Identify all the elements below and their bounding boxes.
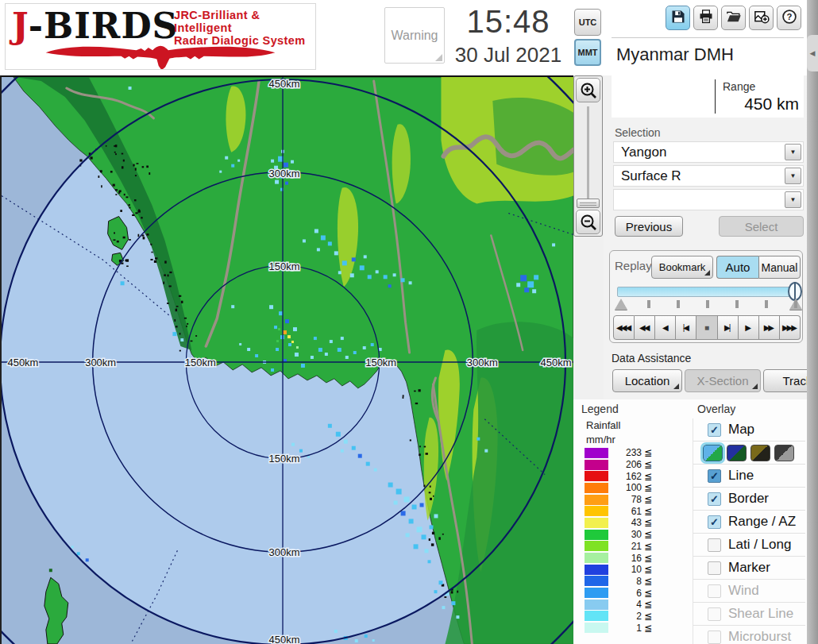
lte-symbol: ≦ [644, 541, 652, 552]
print-button[interactable] [693, 6, 718, 30]
option-dropdown[interactable]: ▼ [613, 189, 804, 210]
manual-button[interactable]: Manual [758, 256, 801, 279]
zoom-out-icon [580, 214, 597, 231]
legend-value: 206 [608, 459, 642, 470]
playback-button-2[interactable]: ◀ [655, 315, 676, 340]
chevron-down-icon[interactable]: ▼ [785, 191, 801, 208]
replay-timeline-slider[interactable] [617, 287, 796, 297]
warning-button[interactable]: Warning [384, 7, 445, 64]
previous-button[interactable]: Previous [615, 216, 683, 237]
playback-button-6[interactable]: ▶ [739, 315, 759, 340]
legend-value: 10 [608, 564, 642, 575]
map-style-swatch-0[interactable] [703, 445, 723, 461]
toolbar-divider [612, 37, 804, 38]
data-assistance-label: Data Assistance [612, 352, 691, 364]
add-screenshot-button[interactable] [749, 6, 774, 30]
overlay-item-line[interactable]: ✓Line [693, 465, 805, 488]
zoom-slider[interactable] [587, 106, 589, 206]
svg-text:150km: 150km [269, 260, 300, 272]
overlay-item-wind[interactable]: Wind [693, 580, 805, 603]
selection-label: Selection [615, 126, 661, 139]
checkbox[interactable]: ✓ [708, 469, 721, 483]
range-label: Range [723, 80, 755, 93]
checkbox[interactable] [708, 561, 721, 575]
checkbox[interactable] [708, 631, 721, 644]
overlay-item-map[interactable]: ✓Map [693, 418, 805, 442]
map-style-swatch-2[interactable] [750, 445, 770, 461]
chevron-down-icon[interactable]: ▼ [785, 168, 801, 184]
panel-collapse-handle[interactable]: ◀ [807, 35, 818, 71]
site-dropdown[interactable]: Yangon ▼ [613, 141, 804, 163]
select-button[interactable]: Select [719, 216, 804, 237]
replay-label: Replay [615, 259, 652, 272]
lte-symbol: ≦ [644, 588, 652, 599]
replay-panel: Replay Bookmark Auto Manual ◀◀◀◀◀◀|◀■▶|▶… [609, 250, 803, 343]
zoom-in-button[interactable] [576, 78, 600, 102]
legend-color-swatch [585, 506, 608, 516]
overlay-item-label: Map [728, 422, 754, 438]
help-button[interactable]: ? [777, 6, 801, 30]
header: J-BIRDS JRC-Brilliant & Intelligent Rada… [0, 0, 818, 75]
bookmark-label: Bookmark [659, 261, 706, 273]
legend-value: 1 [608, 623, 642, 634]
legend-color-swatch [585, 495, 608, 505]
product-dropdown[interactable]: Surface R ▼ [613, 165, 804, 187]
svg-text:150km: 150km [365, 357, 396, 368]
legend-row: 21≦ [585, 541, 688, 553]
overlay-label: Overlay [697, 403, 735, 415]
corner-grip-icon [435, 54, 442, 61]
map-style-row [693, 442, 805, 465]
map-style-swatch-1[interactable] [727, 445, 747, 461]
playback-button-7[interactable]: ▶▶ [759, 315, 780, 340]
lte-symbol: ≦ [644, 447, 652, 458]
mmt-button[interactable]: MMT [574, 39, 601, 66]
location-button[interactable]: Location [612, 369, 682, 392]
checkbox[interactable] [708, 584, 721, 598]
timeline-start-marker[interactable] [615, 299, 627, 310]
legend-value: 233 [608, 447, 642, 458]
lte-symbol: ≦ [644, 611, 652, 622]
range-display: Range 450 km [612, 75, 804, 118]
utc-button[interactable]: UTC [574, 9, 601, 36]
legend-value: 30 [608, 529, 642, 540]
overlay-item-marker[interactable]: Marker [693, 557, 805, 580]
legend-value: 43 [608, 517, 642, 528]
playback-button-1[interactable]: ◀◀ [635, 315, 655, 340]
jbirds-logo: J-BIRDS JRC-Brilliant & Intelligent Rada… [5, 3, 316, 70]
checkbox[interactable]: ✓ [708, 515, 721, 529]
zoom-out-button[interactable] [576, 210, 600, 234]
overlay-item-range-az[interactable]: ✓Range / AZ [693, 511, 805, 534]
checkbox[interactable] [708, 538, 721, 552]
playback-button-5[interactable]: ▶| [718, 315, 739, 340]
bookmark-button[interactable]: Bookmark [651, 256, 713, 279]
x-section-button[interactable]: X-Section [685, 369, 761, 392]
playback-button-0[interactable]: ◀◀◀ [613, 315, 635, 340]
legend-units: Rainfall mm/hr [586, 418, 620, 447]
save-button[interactable] [666, 6, 690, 30]
svg-text:150km: 150km [185, 357, 216, 368]
checkbox[interactable]: ✓ [708, 423, 721, 437]
legend-row: 1≦ [585, 622, 688, 634]
zoom-slider-handle[interactable] [577, 199, 600, 208]
legend-label: Legend [581, 403, 619, 415]
open-folder-button[interactable] [721, 6, 746, 30]
legend-color-swatch [585, 611, 608, 621]
product-dropdown-value: Surface R [621, 168, 681, 184]
playback-button-8[interactable]: ▶▶▶ [780, 315, 801, 340]
svg-text:?: ? [786, 12, 792, 21]
overlay-item-border[interactable]: ✓Border [693, 488, 805, 511]
checkbox[interactable] [708, 607, 721, 621]
map-style-swatch-3[interactable] [774, 445, 794, 461]
lte-symbol: ≦ [644, 623, 652, 634]
overlay-item-lati-long[interactable]: Lati / Long [693, 534, 805, 557]
playback-button-3[interactable]: |◀ [676, 315, 696, 340]
overlay-item-microburst[interactable]: Microburst [693, 626, 805, 644]
chevron-down-icon[interactable]: ▼ [785, 144, 801, 160]
playback-button-4[interactable]: ■ [696, 315, 717, 340]
save-icon [670, 9, 686, 27]
auto-button[interactable]: Auto [716, 256, 758, 279]
overlay-item-shear-line[interactable]: Shear Line [693, 603, 805, 626]
radar-map[interactable]: 450km300km150km150km300km450km450km300km… [0, 75, 573, 644]
timeline-tick [647, 300, 650, 308]
checkbox[interactable]: ✓ [708, 492, 721, 506]
